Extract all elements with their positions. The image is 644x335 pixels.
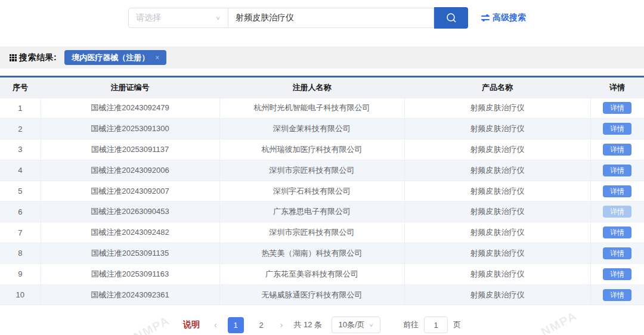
- row-product: 射频皮肤治疗仪: [404, 119, 590, 139]
- table-row: 3国械注准20253091137杭州瑞彼加医疗科技有限公司射频皮肤治疗仪详情: [0, 139, 644, 160]
- chevron-down-icon: ∨: [369, 322, 374, 327]
- row-product: 射频皮肤治疗仪: [404, 263, 590, 284]
- search-input-value: 射频皮肤治疗仪: [236, 13, 294, 23]
- row-product: 射频皮肤治疗仪: [404, 243, 590, 264]
- detail-button[interactable]: 详情: [603, 102, 631, 114]
- detail-button[interactable]: 详情: [603, 206, 631, 218]
- note-link[interactable]: 说明: [183, 320, 200, 330]
- header-no: 序号: [0, 77, 41, 98]
- row-product: 射频皮肤治疗仪: [404, 284, 590, 305]
- row-no: 1: [0, 98, 41, 119]
- detail-cell: 详情: [590, 263, 644, 284]
- header-reg-no: 注册证编号: [41, 77, 219, 98]
- detail-cell: 详情: [590, 119, 644, 139]
- table-header-row: 序号 注册证编号 注册人名称 产品名称 详情: [0, 77, 644, 98]
- category-select[interactable]: 请选择 ∨: [128, 8, 228, 28]
- advanced-search-link[interactable]: 高级搜索: [481, 13, 526, 23]
- table-row: 7国械注准20243092482深圳市宗匠科技有限公司射频皮肤治疗仪详情: [0, 222, 644, 243]
- table-row: 1国械注准20243092479杭州时光机智能电子科技有限公司射频皮肤治疗仪详情: [0, 98, 644, 119]
- row-product: 射频皮肤治疗仪: [404, 139, 590, 160]
- detail-cell: 详情: [590, 181, 644, 201]
- next-page-icon[interactable]: ›: [279, 320, 284, 330]
- row-registrant: 杭州瑞彼加医疗科技有限公司: [219, 139, 404, 160]
- page-1-button[interactable]: 1: [228, 317, 244, 333]
- filter-sliders-icon: [481, 14, 490, 21]
- goto-suffix: 页: [453, 320, 461, 330]
- table-row: 5国械注准20243092007深圳宇石科技有限公司射频皮肤治疗仪详情: [0, 181, 644, 201]
- goto-label: 前往: [403, 320, 419, 330]
- detail-cell: 详情: [590, 222, 644, 243]
- detail-button[interactable]: 详情: [603, 185, 631, 197]
- row-no: 4: [0, 160, 41, 181]
- row-no: 9: [0, 263, 41, 284]
- row-registrant: 深圳市宗匠科技有限公司: [219, 222, 404, 243]
- header-registrant: 注册人名称: [219, 77, 404, 98]
- search-button[interactable]: [434, 7, 468, 29]
- prev-page-icon[interactable]: ‹: [213, 320, 218, 330]
- detail-button[interactable]: 详情: [603, 289, 631, 301]
- detail-button[interactable]: 详情: [603, 247, 631, 259]
- row-reg-no: 国械注准20243092007: [41, 181, 219, 201]
- results-table: 序号 注册证编号 注册人名称 产品名称 详情 1国械注准20243092479杭…: [0, 77, 644, 305]
- row-no: 10: [0, 284, 41, 305]
- total-count: 共 12 条: [293, 320, 322, 330]
- header-product: 产品名称: [404, 77, 590, 98]
- detail-button[interactable]: 详情: [603, 268, 631, 280]
- table-row: 4国械注准20243092006深圳市宗匠科技有限公司射频皮肤治疗仪详情: [0, 160, 644, 181]
- row-reg-no: 国械注准20243092006: [41, 160, 219, 181]
- search-results-label: 搜索结果:: [19, 52, 57, 63]
- row-registrant: 深圳金茉科技有限公司: [219, 119, 404, 139]
- row-reg-no: 国械注准20243092361: [41, 284, 219, 305]
- detail-button[interactable]: 详情: [603, 227, 631, 238]
- search-icon: [445, 12, 457, 24]
- detail-cell: 详情: [590, 98, 644, 119]
- row-registrant: 热芙美（湖南）科技有限公司: [219, 243, 404, 264]
- goto-page-input[interactable]: 1: [424, 317, 448, 333]
- filter-tag-label: 境内医疗器械（注册）: [72, 52, 149, 63]
- detail-button[interactable]: 详情: [603, 165, 631, 176]
- table-row: 9国械注准20253091163广东花至美容科技有限公司射频皮肤治疗仪详情: [0, 263, 644, 284]
- detail-cell: 详情: [590, 284, 644, 305]
- row-reg-no: 国械注准20263090453: [41, 201, 219, 222]
- row-registrant: 深圳市宗匠科技有限公司: [219, 160, 404, 181]
- row-product: 射频皮肤治疗仪: [404, 201, 590, 222]
- row-registrant: 深圳宇石科技有限公司: [219, 181, 404, 201]
- search-input[interactable]: 射频皮肤治疗仪: [228, 8, 434, 28]
- row-reg-no: 国械注准20243092482: [41, 222, 219, 243]
- row-reg-no: 国械注准20243092479: [41, 98, 219, 119]
- page-2-button[interactable]: 2: [253, 317, 270, 333]
- row-product: 射频皮肤治疗仪: [404, 98, 590, 119]
- filter-tag[interactable]: 境内医疗器械（注册） ×: [64, 50, 166, 65]
- row-registrant: 杭州时光机智能电子科技有限公司: [219, 98, 404, 119]
- detail-cell: 详情: [590, 160, 644, 181]
- row-product: 射频皮肤治疗仪: [404, 181, 590, 201]
- search-bar: 请选择 ∨ 射频皮肤治疗仪 高级搜索: [128, 7, 526, 29]
- pagination-bar: 说明 ‹ 1 2 › 共 12 条 10条/页 ∨ 前往 1 页: [0, 317, 644, 333]
- row-registrant: 无锡威脉通医疗科技有限公司: [219, 284, 404, 305]
- advanced-search-label: 高级搜索: [493, 13, 526, 23]
- row-reg-no: 国械注准20253091163: [41, 263, 219, 284]
- row-registrant: 广东雅思电子有限公司: [219, 201, 404, 222]
- close-icon[interactable]: ×: [155, 54, 159, 62]
- row-product: 射频皮肤治疗仪: [404, 222, 590, 243]
- page-size-value: 10条/页: [338, 320, 364, 330]
- detail-button[interactable]: 详情: [603, 123, 631, 135]
- table-row: 2国械注准20253091300深圳金茉科技有限公司射频皮肤治疗仪详情: [0, 119, 644, 139]
- row-reg-no: 国械注准20253091300: [41, 119, 219, 139]
- detail-cell: 详情: [590, 139, 644, 160]
- table-row: 8国械注准20253091135热芙美（湖南）科技有限公司射频皮肤治疗仪详情: [0, 243, 644, 264]
- detail-cell: 详情: [590, 243, 644, 264]
- page-size-select[interactable]: 10条/页 ∨: [332, 317, 380, 333]
- table-row: 6国械注准20263090453广东雅思电子有限公司射频皮肤治疗仪详情: [0, 201, 644, 222]
- row-no: 2: [0, 119, 41, 139]
- category-select-placeholder: 请选择: [136, 13, 215, 23]
- row-no: 8: [0, 243, 41, 264]
- row-no: 5: [0, 181, 41, 201]
- grid-icon: [10, 54, 17, 61]
- row-no: 3: [0, 139, 41, 160]
- row-reg-no: 国械注准20253091135: [41, 243, 219, 264]
- search-results-strip: 搜索结果: 境内医疗器械（注册） ×: [0, 46, 644, 69]
- row-product: 射频皮肤治疗仪: [404, 160, 590, 181]
- detail-button[interactable]: 详情: [603, 144, 631, 156]
- table-row: 10国械注准20243092361无锡威脉通医疗科技有限公司射频皮肤治疗仪详情: [0, 284, 644, 305]
